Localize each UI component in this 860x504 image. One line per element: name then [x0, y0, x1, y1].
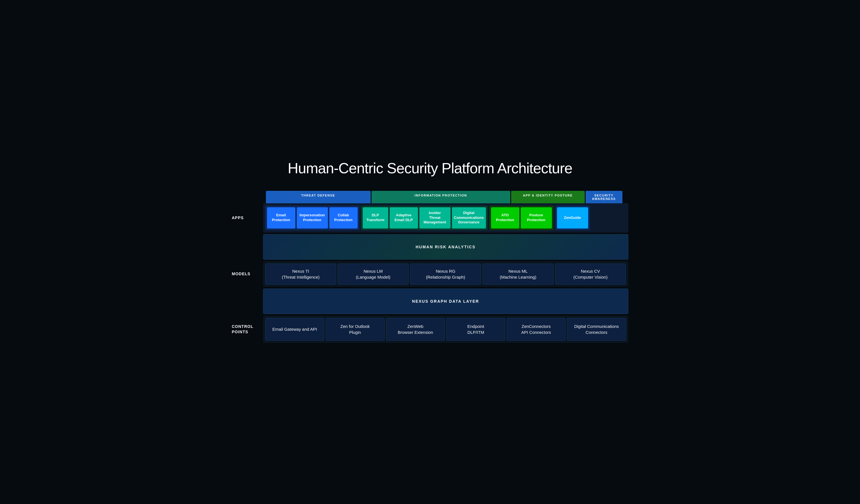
category-headers: THREAT DEFENSE INFORMATION PROTECTION AP…	[266, 191, 628, 203]
control-row: CONTROLPOINTS Email Gateway and API Zen …	[232, 316, 628, 343]
nexus-content: NEXUS GRAPH DATA LAYER	[263, 289, 628, 314]
model-nexus-ml: Nexus ML(Machine Learning)	[483, 264, 554, 285]
analytics-row: HUMAN RISK ANALYTICS	[232, 234, 628, 260]
app-identity-group: ATOProtection PostureProtection	[489, 205, 554, 230]
page-container: Human-Centric Security Platform Architec…	[232, 160, 628, 345]
control-email-gateway: Email Gateway and API	[265, 318, 324, 341]
cat-security-awareness: SECURITYAWARENESS	[586, 191, 622, 203]
page-title: Human-Centric Security Platform Architec…	[232, 160, 628, 177]
app-email-protection: EmailProtection	[267, 207, 295, 229]
app-collab-protection: CollabProtection	[329, 207, 358, 229]
app-digital-comms-gov: DigitalCommunicationsGovernance	[452, 207, 486, 229]
control-label: CONTROLPOINTS	[232, 316, 263, 343]
model-nexus-rg: Nexus RG(Relationship Graph)	[410, 264, 481, 285]
cat-app-identity: APP & IDENTITY POSTURE	[511, 191, 585, 203]
apps-label: APPS	[232, 203, 263, 232]
model-nexus-ti: Nexus TI(Threat Intelligence)	[265, 264, 336, 285]
app-ato-protection: ATOProtection	[491, 207, 519, 229]
control-digital-comms: Digital CommunicationsConnectors	[567, 318, 626, 341]
apps-section: EmailProtection ImpersonationProtection …	[263, 203, 628, 232]
models-row: MODELS Nexus TI(Threat Intelligence) Nex…	[232, 261, 628, 287]
threat-apps-group: EmailProtection ImpersonationProtection …	[265, 205, 359, 230]
info-apps-group: DLPTransform AdaptiveEmail DLP InsiderTh…	[361, 205, 488, 230]
app-impersonation-protection: ImpersonationProtection	[297, 207, 328, 229]
app-zenguide: ZenGuide	[557, 207, 588, 229]
control-zenweb: ZenWebBrowser Extension	[386, 318, 445, 341]
nexus-row-label	[232, 289, 263, 314]
app-insider-threat: InsiderThreatManagement	[419, 207, 450, 229]
apps-row: APPS EmailProtection ImpersonationProtec…	[232, 203, 628, 232]
app-dlp-transform: DLPTransform	[363, 207, 388, 229]
architecture-grid: THREAT DEFENSE INFORMATION PROTECTION AP…	[232, 191, 628, 343]
control-content: Email Gateway and API Zen for OutlookPlu…	[263, 316, 628, 343]
cat-threat-defense: THREAT DEFENSE	[266, 191, 371, 203]
models-content: Nexus TI(Threat Intelligence) Nexus LM(L…	[263, 261, 628, 287]
analytics-row-label	[232, 234, 263, 260]
models-label: MODELS	[232, 261, 263, 287]
nexus-label: NEXUS GRAPH DATA LAYER	[412, 299, 479, 304]
analytics-label: HUMAN RISK ANALYTICS	[416, 245, 476, 249]
control-zen-outlook: Zen for OutlookPlugin	[326, 318, 385, 341]
model-nexus-lm: Nexus LM(Language Model)	[338, 264, 408, 285]
model-nexus-cv: Nexus CV(Computer Vision)	[555, 264, 626, 285]
app-adaptive-email-dlp: AdaptiveEmail DLP	[390, 207, 418, 229]
security-apps-group: ZenGuide	[555, 205, 590, 230]
analytics-content: HUMAN RISK ANALYTICS	[263, 234, 628, 260]
control-zenconnectors: ZenConnectorsAPI Connectors	[506, 318, 565, 341]
control-endpoint-dlp: EndpointDLP/ITM	[446, 318, 505, 341]
app-posture-protection: PostureProtection	[521, 207, 552, 229]
cat-info-protection: INFORMATION PROTECTION	[372, 191, 510, 203]
nexus-row: NEXUS GRAPH DATA LAYER	[232, 289, 628, 314]
